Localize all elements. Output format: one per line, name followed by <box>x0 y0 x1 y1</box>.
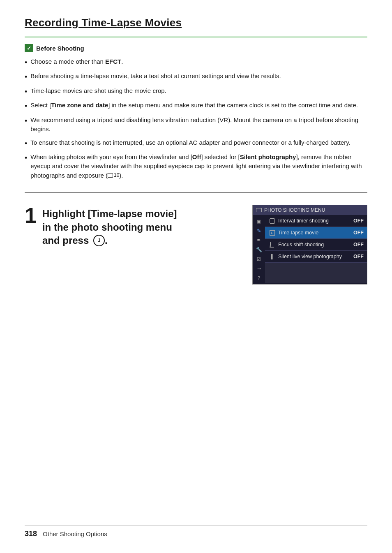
menu-item-value: OFF <box>353 242 364 248</box>
focus-icon <box>268 241 276 248</box>
menu-title-text: PHOTO SHOOTING MENU <box>264 207 325 213</box>
footer-page-number: 318 <box>25 530 37 538</box>
before-shooting-checkbox-icon <box>25 44 33 52</box>
bullet-text: Before shooting a time-lapse movie, take… <box>30 72 367 81</box>
bullet-dot: • <box>25 102 27 111</box>
list-item: • Choose a mode other than EFCT. <box>25 57 367 67</box>
bullet-text: To ensure that shooting is not interrupt… <box>30 138 367 148</box>
menu-item-label: Interval timer shooting <box>278 218 351 224</box>
step1-number: 1 <box>25 205 37 226</box>
sidebar-icon-focus: ✒ <box>253 236 265 245</box>
interval-icon <box>268 217 276 224</box>
step1-section: 1 Highlight [Time-lapse movie] in the ph… <box>25 205 367 285</box>
step1-number-row: 1 Highlight [Time-lapse movie] in the ph… <box>25 205 240 247</box>
menu-item-value: OFF <box>353 218 364 224</box>
menu-body: ▣ ✎ ✒ 🔧 ☑ ⇒ ? <box>253 215 367 284</box>
before-shooting-list: • Choose a mode other than EFCT. • Befor… <box>25 57 367 180</box>
footer-section-label: Other Shooting Options <box>43 530 107 537</box>
step1-left: 1 Highlight [Time-lapse movie] in the ph… <box>25 205 240 249</box>
before-shooting-title: Before Shooting <box>36 45 84 52</box>
bullet-dot: • <box>25 58 27 67</box>
menu-item-focus: Focus shift shooting OFF <box>265 239 367 251</box>
menu-item-value: OFF <box>353 230 364 236</box>
menu-item-silent: Silent live view photography OFF <box>265 251 367 263</box>
bullet-dot: • <box>25 87 27 97</box>
sidebar-icon-arrow: ☑ <box>253 255 265 264</box>
list-item: • We recommend using a tripod and disabl… <box>25 116 367 134</box>
sidebar-icon-camera: ▣ <box>253 217 265 226</box>
menu-screenshot: PHOTO SHOOTING MENU ▣ ✎ ✒ 🔧 ☑ <box>252 205 367 285</box>
menu-empty-space <box>265 263 367 283</box>
menu-item-timelapse: ▸ Time-lapse movie OFF <box>265 227 367 239</box>
list-item: • When taking photos with your eye from … <box>25 153 367 180</box>
menu-title-bar: PHOTO SHOOTING MENU <box>253 205 367 215</box>
bullet-text: Select [Time zone and date] in the setup… <box>30 101 367 110</box>
menu-item-value: OFF <box>353 254 364 259</box>
menu-item-label: Silent live view photography <box>278 254 351 259</box>
bullet-dot: • <box>25 153 27 163</box>
bullet-text: We recommend using a tripod and disablin… <box>30 116 367 134</box>
top-divider <box>25 37 367 37</box>
step1-desc-line1: Highlight [Time-lapse movie] <box>42 207 177 220</box>
sidebar-icon-check: 🔧 <box>253 245 265 254</box>
menu-item-label: Focus shift shooting <box>278 242 351 248</box>
sidebar-icon-pencil: ✎ <box>253 226 265 235</box>
bullet-text: Time-lapse movies are shot using the mov… <box>30 86 367 96</box>
page-title: Recording Time-Lapse Movies <box>25 16 367 29</box>
before-shooting-header: Before Shooting <box>25 44 367 52</box>
bullet-dot: • <box>25 116 27 126</box>
page-footer: 318 Other Shooting Options <box>25 525 367 538</box>
menu-sidebar: ▣ ✎ ✒ 🔧 ☑ ⇒ ? <box>253 215 265 284</box>
step1-description: Highlight [Time-lapse movie] in the phot… <box>42 205 177 247</box>
bullet-text: Choose a mode other than EFCT. <box>30 57 367 67</box>
list-item: • Before shooting a time-lapse movie, ta… <box>25 72 367 82</box>
menu-item-interval: Interval timer shooting OFF <box>265 215 367 227</box>
menu-items-container: Interval timer shooting OFF ▸ Time-lapse… <box>265 215 367 284</box>
bullet-dot: • <box>25 72 27 82</box>
sidebar-icon-question: ? <box>253 273 265 282</box>
bullet-dot: • <box>25 139 27 148</box>
list-item: • Time-lapse movies are shot using the m… <box>25 86 367 97</box>
sidebar-icon-retouch: ⇒ <box>253 264 265 273</box>
step1-desc-line2: in the photo shooting menu <box>42 221 177 234</box>
list-item: • To ensure that shooting is not interru… <box>25 138 367 148</box>
before-shooting-section: Before Shooting • Choose a mode other th… <box>25 44 367 180</box>
list-item: • Select [Time zone and date] in the set… <box>25 101 367 111</box>
step1-desc-line3: and press J. <box>42 234 177 247</box>
bottom-divider <box>25 192 367 193</box>
timelapse-icon: ▸ <box>268 229 276 236</box>
menu-camera-icon <box>256 208 262 212</box>
ok-button-icon: J <box>93 235 105 246</box>
silent-icon <box>268 253 276 260</box>
menu-item-label: Time-lapse movie <box>278 230 351 236</box>
bullet-text: When taking photos with your eye from th… <box>30 153 367 180</box>
